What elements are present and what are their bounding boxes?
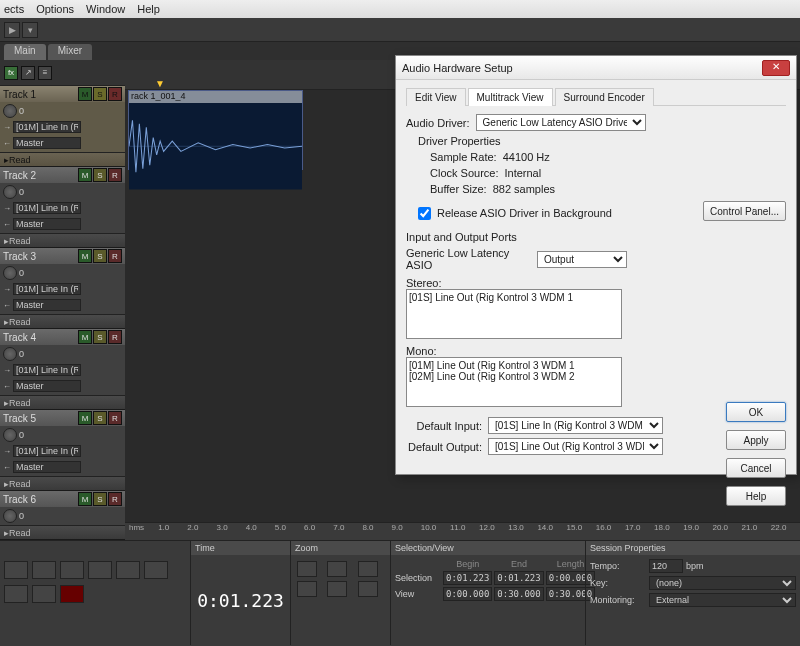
dialog-titlebar[interactable]: Audio Hardware Setup ✕ [396,56,796,80]
sel-end[interactable]: 0:01.223 [494,571,543,585]
automation-mode[interactable]: ▸ Read [0,476,125,490]
zoom-in-h-button[interactable] [297,561,317,577]
default-output-select[interactable]: [01S] Line Out (Rig Kontrol 3 WDM 1 [488,438,663,455]
send-button[interactable]: ↗ [21,66,35,80]
automation-mode[interactable]: ▸ Read [0,395,125,409]
tab-edit-view[interactable]: Edit View [406,88,466,106]
record-arm-button[interactable]: R [108,330,122,344]
mute-button[interactable]: M [78,168,92,182]
ok-button[interactable]: OK [726,402,786,422]
zoom-out-v-button[interactable] [327,581,347,597]
help-button[interactable]: Help [726,486,786,506]
zoom-in-v-button[interactable] [297,581,317,597]
list-item[interactable]: [01S] Line Out (Rig Kontrol 3 WDM 1 [409,292,619,303]
solo-button[interactable]: S [93,87,107,101]
track-header[interactable]: Track 2 M S R [0,167,125,183]
automation-mode[interactable]: ▸ Read [0,152,125,166]
menu-ects[interactable]: ects [4,3,24,15]
track-output[interactable] [13,137,81,149]
solo-button[interactable]: S [93,249,107,263]
end-button[interactable] [144,561,168,579]
record-arm-button[interactable]: R [108,87,122,101]
record-arm-button[interactable]: R [108,492,122,506]
zoom-out-h-button[interactable] [327,561,347,577]
control-panel-button[interactable]: Control Panel... [703,201,786,221]
pan-knob[interactable] [3,266,17,280]
pause-button[interactable] [88,561,112,579]
pan-knob[interactable] [3,428,17,442]
pan-knob[interactable] [3,104,17,118]
pan-knob[interactable] [3,509,17,523]
mute-button[interactable]: M [78,87,92,101]
tab-multitrack-view[interactable]: Multitrack View [468,88,553,106]
solo-button[interactable]: S [93,492,107,506]
solo-button[interactable]: S [93,168,107,182]
ffwd-button[interactable] [116,561,140,579]
automation-mode[interactable]: ▸ Read [0,314,125,328]
track-header[interactable]: Track 1 M S R [0,86,125,102]
track-input[interactable] [13,202,81,214]
zoom-full-button[interactable] [358,561,378,577]
release-asio-checkbox[interactable] [418,207,431,220]
loop-button[interactable] [4,585,28,603]
automation-mode[interactable]: ▸ Read [0,525,125,539]
close-icon[interactable]: ✕ [762,60,790,76]
track-output[interactable] [13,218,81,230]
list-item[interactable]: [01M] Line Out (Rig Kontrol 3 WDM 1 [409,360,619,371]
fx-button[interactable]: fx [4,66,18,80]
list-item[interactable]: [02M] Line Out (Rig Kontrol 3 WDM 2 [409,371,619,382]
menu-window[interactable]: Window [86,3,125,15]
play-button[interactable] [60,561,84,579]
view-end[interactable]: 0:30.000 [494,587,543,601]
track-header[interactable]: Track 4 MSR [0,329,125,345]
cancel-button[interactable]: Cancel [726,458,786,478]
track-output[interactable] [13,380,81,392]
record-arm-button[interactable]: R [108,249,122,263]
record-button[interactable] [60,585,84,603]
track-header[interactable]: Track 3 MSR [0,248,125,264]
track-output[interactable] [13,461,81,473]
key-select[interactable]: (none) [649,576,796,590]
tab-mixer[interactable]: Mixer [48,44,92,60]
audio-clip[interactable]: rack 1_001_4 [128,90,303,170]
mute-button[interactable]: M [78,330,92,344]
stereo-ports-list[interactable]: [01S] Line Out (Rig Kontrol 3 WDM 1 [406,289,622,339]
io-direction-select[interactable]: Output [537,251,627,268]
tempo-input[interactable] [649,559,683,573]
default-input-select[interactable]: [01S] Line In (Rig Kontrol 3 WDM A 1 [488,417,663,434]
mono-ports-list[interactable]: [01M] Line Out (Rig Kontrol 3 WDM 1 [02M… [406,357,622,407]
automation-mode[interactable]: ▸ Read [0,233,125,247]
tool-dropdown-icon[interactable]: ▾ [22,22,38,38]
pan-knob[interactable] [3,347,17,361]
track-input[interactable] [13,121,81,133]
zoom-sel-button[interactable] [358,581,378,597]
eq-button[interactable]: ≡ [38,66,52,80]
view-begin[interactable]: 0:00.000 [443,587,492,601]
sel-begin[interactable]: 0:01.223 [443,571,492,585]
pan-knob[interactable] [3,185,17,199]
track-input[interactable] [13,283,81,295]
track-header[interactable]: Track 5 MSR [0,410,125,426]
solo-button[interactable]: S [93,411,107,425]
apply-button[interactable]: Apply [726,430,786,450]
solo-button[interactable]: S [93,330,107,344]
mute-button[interactable]: M [78,411,92,425]
tab-main[interactable]: Main [4,44,46,60]
record-arm-button[interactable]: R [108,411,122,425]
monitoring-select[interactable]: External [649,593,796,607]
menu-options[interactable]: Options [36,3,74,15]
playhead-icon[interactable]: ▼ [155,78,165,89]
mute-button[interactable]: M [78,249,92,263]
track-input[interactable] [13,445,81,457]
skip-button[interactable] [32,585,56,603]
record-arm-button[interactable]: R [108,168,122,182]
track-header[interactable]: Track 6 MSR [0,491,125,507]
time-ruler[interactable]: hms 1.02.03.04.05.06.07.08.09.010.011.01… [125,522,800,540]
mute-button[interactable]: M [78,492,92,506]
rewind-button[interactable] [4,561,28,579]
track-input[interactable] [13,364,81,376]
tab-surround-encoder[interactable]: Surround Encoder [555,88,654,106]
stop-button[interactable] [32,561,56,579]
audio-driver-select[interactable]: Generic Low Latency ASIO Driver [476,114,646,131]
play-icon[interactable]: ▶ [4,22,20,38]
